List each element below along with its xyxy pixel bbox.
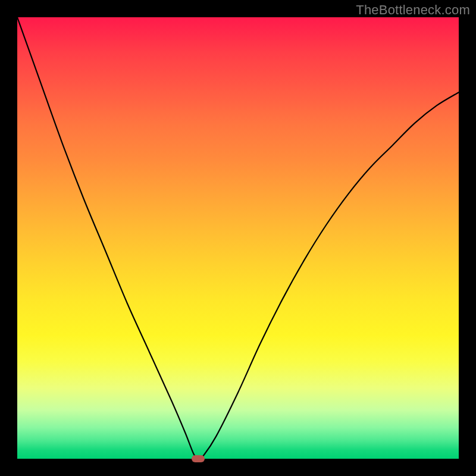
- plot-area: [17, 17, 459, 459]
- chart-frame: TheBottleneck.com: [0, 0, 476, 476]
- watermark-text: TheBottleneck.com: [356, 2, 470, 18]
- optimal-point-marker: [192, 455, 205, 462]
- bottleneck-curve: [17, 17, 459, 459]
